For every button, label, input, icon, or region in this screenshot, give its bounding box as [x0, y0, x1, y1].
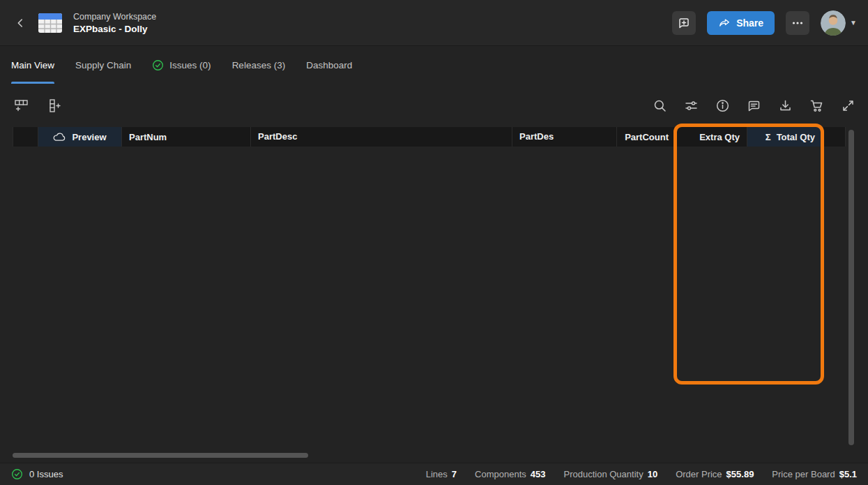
cart-icon	[809, 98, 824, 113]
horizontal-scrollbar-thumb[interactable]	[13, 453, 308, 458]
download-icon	[778, 98, 793, 113]
toolbar-right	[653, 98, 855, 113]
cloud-icon	[53, 132, 66, 142]
bom-app-window: Company Workspace EXPbasic - Dolly Share	[0, 0, 868, 485]
comment-icon	[747, 98, 761, 113]
workspace-label: Company Workspace	[73, 12, 156, 22]
column-header-row-number[interactable]	[13, 127, 38, 147]
more-options-button[interactable]	[786, 11, 809, 35]
column-header-extra-qty[interactable]: Extra Qty	[676, 127, 747, 147]
top-bar-actions: Share ▼	[672, 10, 857, 36]
share-icon	[718, 17, 731, 29]
add-row-icon	[13, 97, 29, 114]
bom-table: Preview PartNum PartDesc PartDes PartCou…	[13, 127, 846, 147]
sigma-icon: Σ	[766, 132, 771, 142]
tab-label: Dashboard	[306, 60, 352, 70]
expand-icon	[841, 98, 855, 113]
avatar	[821, 10, 846, 36]
filter-button[interactable]	[684, 98, 699, 113]
chevron-left-icon	[14, 17, 26, 29]
tab-label: Releases (3)	[232, 60, 286, 70]
qty-columns-highlight	[673, 124, 824, 385]
column-header-label: Total Qty	[777, 132, 815, 142]
tab-main-view[interactable]: Main View	[11, 47, 54, 84]
column-header-label: Preview	[72, 132, 106, 142]
toolbar-left	[13, 97, 63, 114]
column-header-total-qty[interactable]: Σ Total Qty	[747, 127, 823, 147]
info-icon	[715, 98, 730, 113]
search-icon	[653, 98, 667, 113]
back-button[interactable]	[11, 11, 29, 35]
column-header-partnum[interactable]: PartNum	[122, 127, 251, 147]
footer-stat-price-per-board: Price per Board$5.1	[772, 469, 857, 479]
cart-button[interactable]	[809, 98, 824, 113]
column-header-partdes[interactable]: PartDes	[512, 127, 617, 147]
footer-stats: Lines7Components453Production Quantity10…	[426, 469, 857, 479]
footer-stat-components: Components453	[475, 469, 545, 479]
tab-label: Main View	[11, 60, 54, 70]
add-column-icon	[46, 97, 63, 114]
check-circle-icon	[152, 59, 164, 71]
comment-plus-icon	[677, 16, 691, 30]
status-bar: 0 Issues Lines7Components453Production Q…	[0, 463, 868, 485]
spreadsheet-document-icon	[38, 13, 63, 33]
tab-issues[interactable]: Issues (0)	[152, 47, 211, 84]
chevron-down-icon: ▼	[850, 19, 857, 27]
tab-dashboard[interactable]: Dashboard	[306, 47, 352, 84]
issues-status[interactable]: 0 Issues	[11, 468, 63, 480]
column-header-partdesc[interactable]: PartDesc	[251, 127, 512, 147]
user-menu[interactable]: ▼	[821, 10, 857, 36]
footer-stat-lines: Lines7	[426, 469, 457, 479]
add-column-button[interactable]	[46, 97, 63, 114]
issues-count-label: 0 Issues	[29, 469, 63, 479]
table-toolbar	[0, 84, 868, 127]
document-titles: Company Workspace EXPbasic - Dolly	[73, 12, 156, 34]
expand-button[interactable]	[841, 98, 855, 113]
tab-releases[interactable]: Releases (3)	[232, 47, 286, 84]
ellipsis-icon	[791, 16, 805, 30]
tab-bar: Main View Supply Chain Issues (0) Releas…	[0, 47, 868, 84]
footer-stat-order-price: Order Price$55.89	[676, 469, 754, 479]
column-header-preview[interactable]: Preview	[38, 127, 122, 147]
tab-label: Supply Chain	[75, 60, 131, 70]
share-button-label: Share	[736, 17, 763, 29]
page-title: EXPbasic - Dolly	[73, 24, 156, 34]
filter-sliders-icon	[684, 98, 699, 113]
column-header-partcount[interactable]: PartCount	[617, 127, 676, 147]
search-button[interactable]	[653, 98, 667, 113]
share-button[interactable]: Share	[707, 11, 775, 35]
tab-label: Issues (0)	[169, 60, 211, 70]
download-button[interactable]	[778, 98, 793, 113]
add-comment-button[interactable]	[672, 11, 696, 35]
comments-button[interactable]	[747, 98, 761, 113]
vertical-scrollbar-thumb[interactable]	[848, 130, 854, 445]
add-row-button[interactable]	[13, 97, 29, 114]
column-header-status[interactable]	[823, 127, 846, 147]
check-circle-icon	[11, 468, 23, 480]
footer-stat-production-quantity: Production Quantity10	[563, 469, 657, 479]
top-bar: Company Workspace EXPbasic - Dolly Share	[0, 0, 868, 46]
table-header-row: Preview PartNum PartDesc PartDes PartCou…	[13, 127, 846, 147]
tab-supply-chain[interactable]: Supply Chain	[75, 47, 131, 84]
info-button[interactable]	[715, 98, 730, 113]
